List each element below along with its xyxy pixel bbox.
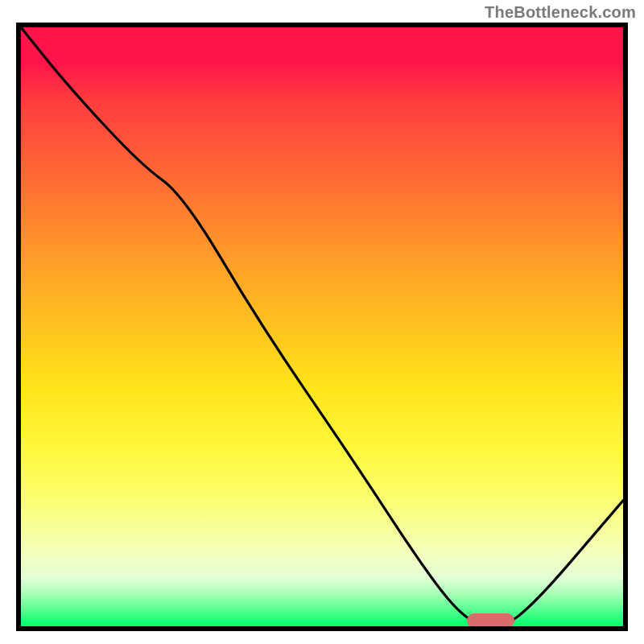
bottleneck-curve bbox=[21, 27, 623, 626]
chart-container: TheBottleneck.com bbox=[0, 0, 644, 644]
plot-area bbox=[16, 23, 628, 631]
watermark-text: TheBottleneck.com bbox=[485, 3, 636, 22]
optimal-marker bbox=[467, 613, 515, 628]
